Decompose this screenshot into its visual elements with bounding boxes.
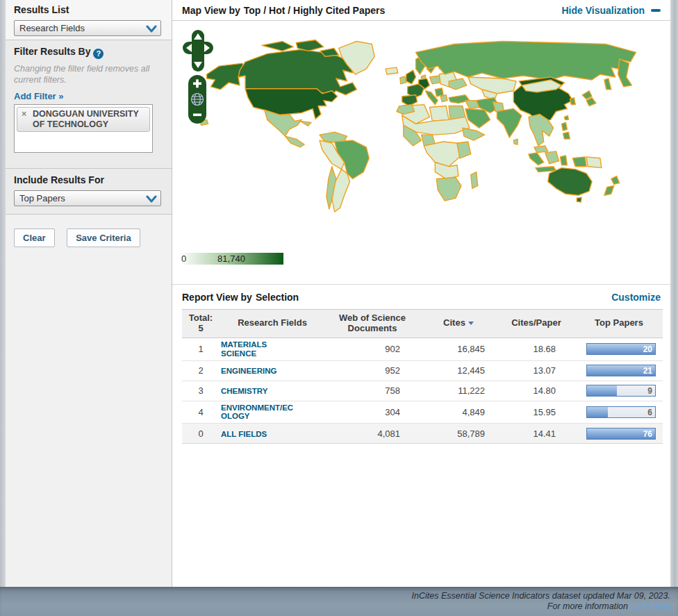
table-row: 3 CHEMISTRY 758 11,222 14.80 9 [182,381,663,401]
right-edge-strip [670,0,678,587]
remove-filter-icon[interactable]: × [22,109,26,119]
results-list-section: Results List Research Fields [6,0,172,40]
page-footer: InCites Essential Science Indicators dat… [0,587,678,616]
map-color-legend: 0 81,740 [179,253,283,265]
report-table: Total: 5 Research Fields Web of Science … [182,309,663,444]
sort-desc-icon [468,322,474,325]
map-view-title: Map View byTop / Hot / Highly Cited Pape… [182,5,385,16]
docs-cell: 952 [325,360,420,381]
report-view-header: Report View bySelection Customize [172,285,670,309]
research-field-link[interactable]: CHEMISTRY [221,387,267,396]
field-cell: ALL FIELDS [220,424,325,444]
table-row: 1 MATERIALS SCIENCE 902 16,845 18.68 20 [182,338,663,360]
top-papers-cell: 6 [575,401,663,424]
main-panel: Map View byTop / Hot / Highly Cited Pape… [172,0,670,587]
docs-cell: 4,081 [325,424,420,444]
report-view-title: Report View bySelection [182,292,299,303]
top-papers-bar: 21 [586,365,656,376]
wos-documents-header[interactable]: Web of Science Documents [325,310,420,338]
top-papers-cell: 21 [575,360,663,381]
top-papers-value: 20 [643,344,652,354]
cites-per-paper-cell: 14.41 [497,424,575,444]
chevron-down-icon [146,194,157,206]
help-icon[interactable]: ? [93,49,104,59]
world-map[interactable] [179,31,665,260]
cites-cell: 4,849 [420,401,497,424]
legend-max-label: 81,740 [179,253,283,264]
cites-cell: 11,222 [420,381,497,401]
active-filters-box: × DONGGUAN UNIVERSITY OF TECHNOLOGY [14,104,153,153]
docs-cell: 304 [325,401,420,424]
map-zoom-control[interactable] [187,74,208,125]
cites-cell: 12,445 [420,360,497,381]
research-field-link[interactable]: MATERIALS SCIENCE [221,340,299,358]
top-papers-bar: 76 [586,428,656,440]
map-view-header: Map View byTop / Hot / Highly Cited Pape… [172,0,670,21]
top-papers-header[interactable]: Top Papers [575,310,663,338]
research-field-link[interactable]: ENVIRONMENT/ECOLOGY [221,403,299,421]
include-results-dropdown[interactable]: Top Papers [14,190,161,206]
docs-cell: 758 [325,381,420,401]
top-papers-bar: 20 [586,343,656,355]
rank-cell: 1 [182,338,220,360]
cites-per-paper-header[interactable]: Cites/Paper [497,310,575,338]
field-cell: MATERIALS SCIENCE [220,338,325,360]
top-papers-value: 9 [647,386,652,396]
cites-per-paper-cell: 18.68 [497,338,575,360]
cites-per-paper-cell: 13.07 [497,360,575,381]
cites-header[interactable]: Cites [420,310,497,338]
hide-visualization-link[interactable]: Hide Visualization [561,5,661,16]
top-papers-value: 6 [647,408,652,417]
docs-cell: 902 [325,338,420,360]
top-papers-bar: 6 [586,406,656,418]
include-results-section: Include Results For Top Papers [6,169,172,215]
top-papers-bar: 9 [586,385,656,397]
results-list-dropdown[interactable]: Research Fields [14,20,161,36]
filter-results-section: Filter Results By? Changing the filter f… [6,40,172,169]
sidebar-actions: Clear Save Criteria [6,215,172,587]
map-pan-control[interactable] [183,30,213,72]
top-papers-cell: 20 [575,338,663,360]
research-fields-header[interactable]: Research Fields [220,310,325,338]
click-here-link[interactable]: Click Here [630,601,670,611]
top-papers-bar-fill [587,407,608,417]
add-filter-link[interactable]: Add Filter » [14,91,64,101]
rank-cell: 3 [182,381,220,401]
map-visualization: 0 81,740 [172,21,670,285]
table-row: 4 ENVIRONMENT/ECOLOGY 304 4,849 15.95 6 [182,401,663,424]
table-row: 2 ENGINEERING 952 12,445 13.07 21 [182,360,663,381]
sidebar: Results List Research Fields Filter Resu… [6,0,172,587]
field-cell: ENGINEERING [220,360,325,381]
footer-dataset-line: InCites Essential Science Indicators dat… [412,591,670,601]
rank-cell: 0 [182,424,220,444]
filter-tag-label: DONGGUAN UNIVERSITY OF TECHNOLOGY [33,109,139,128]
filter-tag: × DONGGUAN UNIVERSITY OF TECHNOLOGY [17,107,150,132]
include-results-title: Include Results For [14,174,163,185]
clear-button[interactable]: Clear [14,228,55,247]
zoom-out-icon [193,114,201,117]
results-list-title: Results List [14,4,163,15]
table-row: 0 ALL FIELDS 4,081 58,789 14.41 76 [182,424,663,444]
left-edge-strip [0,0,6,587]
cites-cell: 16,845 [420,338,497,360]
table-header-row: Total: 5 Research Fields Web of Science … [182,310,663,338]
research-field-link[interactable]: ALL FIELDS [221,430,267,439]
minus-icon [651,9,661,12]
chevron-down-icon [146,24,157,35]
top-papers-value: 21 [643,366,652,376]
rank-cell: 4 [182,401,220,424]
top-papers-cell: 76 [575,424,663,444]
customize-link[interactable]: Customize [611,292,661,303]
incites-esi-page: Results List Research Fields Filter Resu… [0,0,678,616]
cites-cell: 58,789 [420,424,497,444]
field-cell: CHEMISTRY [220,381,325,401]
research-field-link[interactable]: ENGINEERING [221,367,277,376]
save-criteria-button[interactable]: Save Criteria [67,228,140,247]
cites-per-paper-cell: 15.95 [497,401,575,424]
rank-cell: 2 [182,360,220,381]
results-list-dropdown-value: Research Fields [19,23,85,33]
top-papers-bar-fill [587,385,617,396]
cites-per-paper-cell: 14.80 [497,381,575,401]
field-cell: ENVIRONMENT/ECOLOGY [220,401,325,424]
include-results-dropdown-value: Top Papers [19,193,65,203]
